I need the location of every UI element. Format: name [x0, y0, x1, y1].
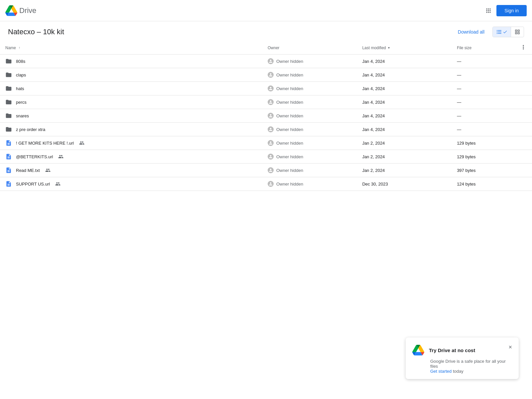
folder-icon	[5, 58, 12, 65]
doc-icon	[5, 140, 12, 146]
file-name-cell-7: @BETTERKITS.url	[0, 150, 262, 164]
owner-name: Owner hidden	[276, 59, 303, 64]
th-name[interactable]: Name ↑	[0, 41, 262, 55]
file-name-text: claps	[16, 72, 26, 77]
owner-avatar	[268, 181, 274, 187]
owner-name: Owner hidden	[276, 127, 303, 132]
shared-icon	[45, 168, 51, 173]
table-row[interactable]: hats Owner hidden Jan 4, 2024—	[0, 82, 532, 95]
file-size-cell-4: —	[452, 109, 515, 123]
folder-icon	[5, 112, 12, 119]
table-row[interactable]: z pre order xtra Owner hidden Jan 4, 202…	[0, 123, 532, 136]
drive-logo: Drive	[5, 5, 36, 17]
file-size-cell-5: —	[452, 123, 515, 136]
file-modified-cell-8: Jan 2, 2024	[357, 164, 452, 177]
th-owner[interactable]: Owner	[262, 41, 357, 55]
owner-avatar	[268, 85, 274, 91]
file-more-cell-6	[515, 136, 532, 150]
file-name-cell-0: 808s	[0, 55, 262, 68]
owner-avatar	[268, 113, 274, 119]
th-modified[interactable]: Last modified ▾	[357, 41, 452, 55]
grid-view-button[interactable]	[511, 27, 524, 37]
file-modified-cell-3: Jan 4, 2024	[357, 95, 452, 109]
breadcrumb-bar: Natecxo – 10k kit Download all	[0, 21, 532, 41]
file-size-cell-0: —	[452, 55, 515, 68]
download-all-button[interactable]: Download all	[455, 28, 487, 36]
file-size-cell-3: —	[452, 95, 515, 109]
file-owner-cell-2: Owner hidden	[262, 82, 357, 95]
file-more-cell-9	[515, 177, 532, 191]
view-toggle	[492, 27, 524, 37]
owner-name: Owner hidden	[276, 154, 303, 159]
table-row[interactable]: ! GET MORE KITS HERE !.url Owner hidden …	[0, 136, 532, 150]
file-more-cell-8	[515, 164, 532, 177]
file-modified-cell-4: Jan 4, 2024	[357, 109, 452, 123]
sort-arrow-icon: ↑	[19, 46, 20, 50]
file-name-text: SUPPORT US.url	[16, 182, 50, 187]
file-more-cell-4	[515, 109, 532, 123]
file-name-text: ! GET MORE KITS HERE !.url	[16, 141, 74, 146]
file-name-text: snares	[16, 113, 29, 118]
file-name-cell-1: claps	[0, 68, 262, 82]
file-owner-cell-3: Owner hidden	[262, 95, 357, 109]
file-name-cell-8: Read ME.txt	[0, 164, 262, 177]
owner-avatar	[268, 167, 274, 173]
file-owner-cell-9: Owner hidden	[262, 177, 357, 191]
table-row[interactable]: Read ME.txt Owner hidden Jan 2, 2024397 …	[0, 164, 532, 177]
modified-sort-icon: ▾	[388, 46, 390, 50]
header-left: Drive	[5, 5, 36, 17]
doc-icon	[5, 181, 12, 187]
file-name-cell-6: ! GET MORE KITS HERE !.url	[0, 136, 262, 150]
drive-logo-text: Drive	[19, 6, 36, 15]
file-name-cell-5: z pre order xtra	[0, 123, 262, 136]
owner-avatar	[268, 72, 274, 78]
file-name-text: Read ME.txt	[16, 168, 40, 173]
file-name-cell-9: SUPPORT US.url	[0, 177, 262, 191]
file-owner-cell-6: Owner hidden	[262, 136, 357, 150]
file-modified-cell-6: Jan 2, 2024	[357, 136, 452, 150]
header-right: Sign in	[484, 5, 527, 16]
apps-grid-icon[interactable]	[484, 7, 492, 15]
owner-avatar	[268, 154, 274, 160]
list-view-button[interactable]	[493, 27, 511, 37]
file-size-cell-8: 397 bytes	[452, 164, 515, 177]
shared-icon	[79, 140, 84, 146]
table-row[interactable]: percs Owner hidden Jan 4, 2024—	[0, 95, 532, 109]
file-more-cell-2	[515, 82, 532, 95]
file-owner-cell-4: Owner hidden	[262, 109, 357, 123]
table-row[interactable]: claps Owner hidden Jan 4, 2024—	[0, 68, 532, 82]
th-more[interactable]	[515, 41, 532, 55]
file-more-cell-0	[515, 55, 532, 68]
file-owner-cell-8: Owner hidden	[262, 164, 357, 177]
doc-icon	[5, 153, 12, 160]
header: Drive Sign in	[0, 0, 532, 21]
table-row[interactable]: snares Owner hidden Jan 4, 2024—	[0, 109, 532, 123]
table-row[interactable]: 808s Owner hidden Jan 4, 2024—	[0, 55, 532, 68]
drive-logo-icon	[5, 5, 17, 17]
owner-name: Owner hidden	[276, 141, 303, 146]
shared-icon	[58, 154, 64, 159]
table-row[interactable]: @BETTERKITS.url Owner hidden Jan 2, 2024…	[0, 150, 532, 164]
owner-name: Owner hidden	[276, 113, 303, 118]
file-size-cell-6: 129 bytes	[452, 136, 515, 150]
file-more-cell-1	[515, 68, 532, 82]
file-table-body: 808s Owner hidden Jan 4, 2024—claps Owne…	[0, 55, 532, 191]
file-modified-cell-1: Jan 4, 2024	[357, 68, 452, 82]
th-size[interactable]: File size	[452, 41, 515, 55]
folder-icon	[5, 99, 12, 105]
file-name-cell-4: snares	[0, 109, 262, 123]
file-more-cell-3	[515, 95, 532, 109]
file-modified-cell-0: Jan 4, 2024	[357, 55, 452, 68]
owner-avatar	[268, 140, 274, 146]
file-owner-cell-7: Owner hidden	[262, 150, 357, 164]
sign-in-button[interactable]: Sign in	[496, 5, 527, 16]
table-header: Name ↑ Owner Last modified ▾ File size	[0, 41, 532, 55]
file-name-text: 808s	[16, 59, 25, 64]
breadcrumb-actions: Download all	[455, 27, 524, 37]
file-name-cell-2: hats	[0, 82, 262, 95]
table-row[interactable]: SUPPORT US.url Owner hidden Dec 30, 2023…	[0, 177, 532, 191]
owner-name: Owner hidden	[276, 72, 303, 77]
file-name-text: hats	[16, 86, 24, 91]
owner-name: Owner hidden	[276, 86, 303, 91]
shared-icon	[55, 181, 61, 187]
